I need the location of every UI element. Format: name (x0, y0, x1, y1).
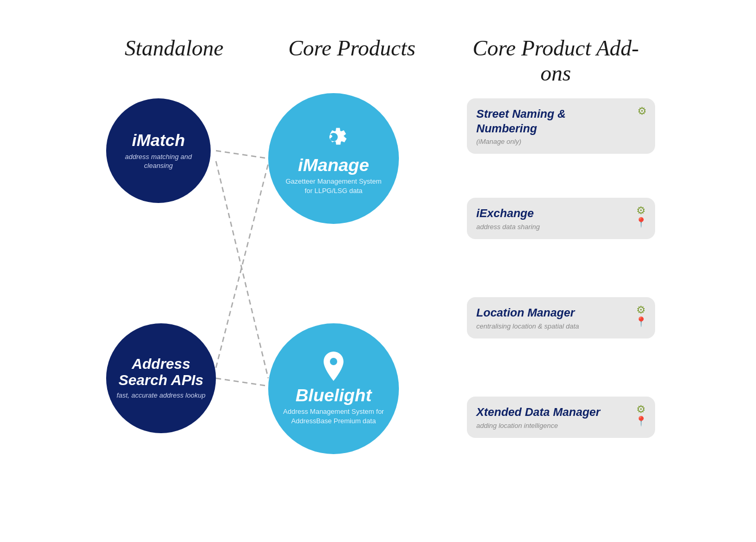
iexchange-title: iExchange (476, 206, 646, 221)
location-manager-subtitle: centralising location & spatial data (476, 322, 646, 330)
street-naming-icons: ⚙ (637, 106, 647, 116)
location-manager-card: Location Manager centralising location &… (467, 297, 655, 347)
svg-line-2 (216, 164, 268, 368)
xtended-title: Xtended Data Manager (476, 405, 646, 420)
header-standalone: Standalone (106, 36, 242, 61)
header-addons: Core Product Add-ons (467, 36, 645, 86)
header-core: Core Products (268, 36, 436, 61)
imatch-name: iMatch (132, 131, 185, 150)
svg-line-0 (216, 151, 268, 159)
bluelight-circle: Bluelight Address Management System for … (268, 323, 399, 454)
svg-line-3 (216, 378, 268, 386)
svg-line-1 (216, 161, 268, 378)
address-search-name: Address Search APIs (117, 356, 205, 389)
street-naming-gear-icon: ⚙ (637, 106, 647, 116)
gear-icon (318, 121, 349, 153)
location-manager-pin-icon: 📍 (635, 317, 647, 326)
bluelight-desc: Address Management System for AddressBas… (281, 407, 386, 425)
imanage-name: iManage (298, 156, 369, 174)
imanage-desc: Gazetteer Management System for LLPG/LSG… (281, 177, 386, 195)
street-naming-card: Street Naming & Numbering (iManage only)… (467, 98, 655, 162)
location-manager-gear-icon: ⚙ (636, 304, 646, 315)
xtended-icons: ⚙ 📍 (635, 404, 647, 426)
address-search-desc: fast, accurate address lookup (117, 391, 205, 400)
iexchange-subtitle: address data sharing (476, 223, 646, 231)
iexchange-icons: ⚙ 📍 (635, 205, 647, 227)
imatch-desc: address matching and cleansing (117, 153, 200, 171)
xtended-pin-icon: 📍 (635, 416, 647, 426)
imatch-circle: iMatch address matching and cleansing (106, 98, 211, 203)
location-manager-icons: ⚙ 📍 (635, 304, 647, 326)
iexchange-card: iExchange address data sharing ⚙ 📍 (467, 198, 655, 247)
iexchange-gear-icon: ⚙ (636, 205, 646, 216)
xtended-card: Xtended Data Manager adding location int… (467, 397, 655, 446)
pin-icon (320, 352, 347, 383)
diagram-container: Standalone Core Products Core Product Ad… (90, 30, 666, 512)
street-naming-title: Street Naming & Numbering (476, 107, 646, 136)
address-search-circle: Address Search APIs fast, accurate addre… (106, 323, 216, 433)
street-naming-subtitle: (iManage only) (476, 138, 646, 145)
imanage-circle: iManage Gazetteer Management System for … (268, 93, 399, 224)
xtended-subtitle: adding location intelligence (476, 422, 646, 430)
iexchange-pin-icon: 📍 (635, 218, 647, 227)
location-manager-title: Location Manager (476, 306, 646, 320)
xtended-gear-icon: ⚙ (636, 404, 646, 414)
bluelight-name: Bluelight (295, 386, 371, 404)
